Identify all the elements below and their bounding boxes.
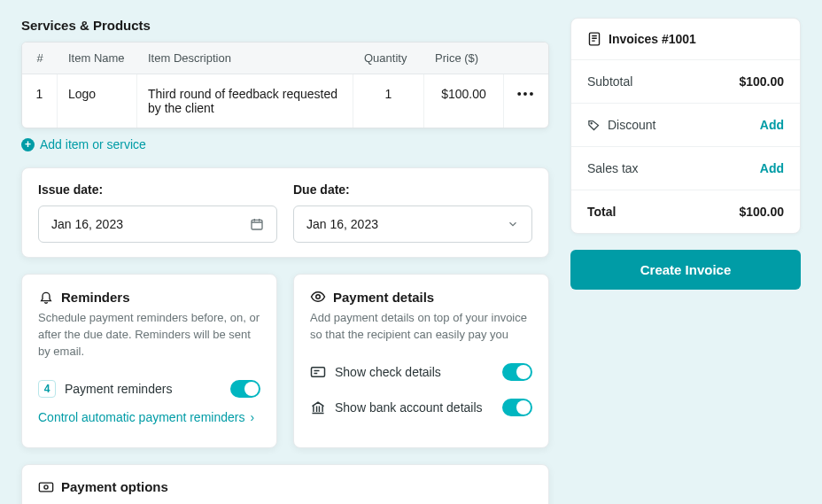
- col-name: Item Name: [58, 43, 137, 74]
- invoice-number: Invoices #1001: [609, 32, 696, 46]
- due-date-label: Due date:: [293, 182, 532, 197]
- issue-date-input[interactable]: Jan 16, 2023: [38, 205, 277, 243]
- dates-card: Issue date: Jan 16, 2023 Due date: Jan 1…: [21, 167, 549, 258]
- chevron-right-icon: ›: [250, 410, 254, 424]
- subtotal-value: $100.00: [739, 74, 784, 89]
- add-discount-button[interactable]: Add: [760, 118, 784, 132]
- svg-rect-0: [252, 220, 262, 229]
- table-row: 1 Logo Third round of feedback requested…: [22, 74, 548, 128]
- row-actions-button[interactable]: •••: [504, 74, 548, 128]
- cell-num: 1: [22, 74, 58, 128]
- col-price: Price ($): [424, 43, 504, 74]
- reminders-desc: Schedule payment reminders before, on, o…: [38, 310, 260, 361]
- col-desc: Item Description: [137, 43, 353, 74]
- bell-icon: [38, 289, 54, 305]
- payment-reminders-toggle[interactable]: [230, 380, 260, 398]
- cell-desc: Third round of feedback requested by the…: [137, 74, 353, 128]
- reminders-card: Reminders Schedule payment reminders bef…: [21, 274, 277, 448]
- bank-icon: [310, 400, 326, 415]
- add-item-label: Add item or service: [40, 137, 146, 151]
- discount-label: Discount: [608, 118, 655, 132]
- svg-point-4: [44, 485, 48, 488]
- svg-rect-3: [39, 483, 52, 492]
- col-actions: [504, 43, 548, 74]
- invoice-icon: [587, 31, 601, 47]
- invoice-summary: Invoices #1001 Subtotal $100.00 Discount…: [570, 18, 801, 234]
- services-title: Services & Products: [21, 18, 549, 33]
- check-details-label: Show check details: [335, 365, 441, 379]
- col-qty: Quantity: [353, 43, 424, 74]
- items-table: # Item Name Item Description Quantity Pr…: [21, 42, 549, 128]
- col-num: #: [22, 43, 58, 74]
- due-date-input[interactable]: Jan 16, 2023: [293, 205, 532, 243]
- payment-options-card: Payment options Set up payment ›: [21, 464, 549, 504]
- svg-rect-2: [312, 367, 325, 376]
- total-label: Total: [587, 205, 616, 219]
- bank-details-toggle[interactable]: [502, 399, 532, 416]
- eye-icon: [310, 289, 326, 305]
- cash-icon: [38, 479, 54, 495]
- tax-label: Sales tax: [587, 161, 639, 175]
- add-item-button[interactable]: + Add item or service: [21, 137, 146, 151]
- check-icon: [310, 366, 326, 378]
- issue-date-label: Issue date:: [38, 182, 277, 197]
- cell-qty: 1: [353, 74, 424, 128]
- payment-details-title: Payment details: [333, 290, 434, 305]
- issue-date-value: Jan 16, 2023: [51, 217, 123, 231]
- bank-details-label: Show bank account details: [335, 400, 483, 415]
- payment-details-desc: Add payment details on top of your invoi…: [310, 310, 532, 344]
- chevron-down-icon: [507, 218, 519, 230]
- payment-reminders-label: Payment reminders: [65, 382, 172, 396]
- create-invoice-button[interactable]: Create Invoice: [570, 250, 801, 290]
- reminders-count-badge: 4: [38, 380, 56, 398]
- payment-details-card: Payment details Add payment details on t…: [293, 274, 549, 448]
- svg-point-6: [591, 122, 592, 123]
- tag-icon: [587, 119, 601, 132]
- plus-circle-icon: +: [21, 138, 35, 151]
- total-value: $100.00: [739, 205, 784, 219]
- subtotal-label: Subtotal: [587, 74, 632, 89]
- check-details-toggle[interactable]: [502, 363, 532, 381]
- payment-options-title: Payment options: [61, 479, 168, 494]
- control-reminders-label: Control automatic payment reminders: [38, 410, 244, 424]
- control-reminders-link[interactable]: Control automatic payment reminders ›: [38, 410, 254, 424]
- cell-name: Logo: [58, 74, 137, 128]
- svg-point-1: [316, 295, 321, 299]
- due-date-value: Jan 16, 2023: [306, 217, 378, 231]
- cell-price: $100.00: [424, 74, 504, 128]
- add-tax-button[interactable]: Add: [760, 161, 784, 175]
- reminders-title: Reminders: [61, 290, 130, 305]
- calendar-icon: [250, 217, 264, 231]
